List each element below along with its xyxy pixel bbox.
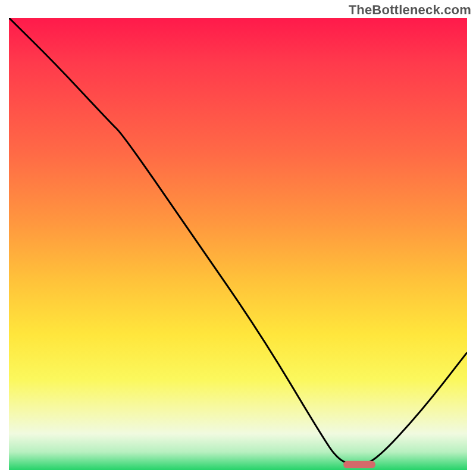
watermark-text: TheBottleneck.com: [349, 2, 471, 18]
chart-area: [9, 18, 467, 470]
bottleneck-curve-line: [9, 18, 467, 465]
optimal-range-marker: [343, 461, 375, 468]
chart-svg: [9, 18, 467, 470]
